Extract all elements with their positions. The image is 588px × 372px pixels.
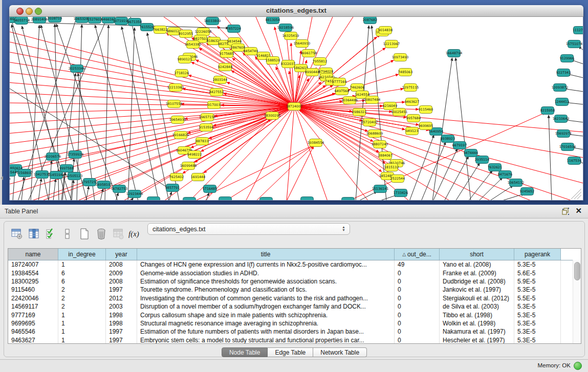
table-row[interactable]: 946362711997Embryonic stem cells: a mode… [8,336,581,344]
network-node[interactable]: 16325419 [282,32,299,40]
table-select-combobox[interactable]: citations_edges.txt ▲▼ [147,223,350,235]
network-node[interactable]: 9242848 [218,63,232,71]
network-node[interactable]: 917003 [208,101,221,109]
float-panel-icon[interactable] [562,208,570,215]
network-node[interactable]: 949123 [406,127,419,135]
network-node[interactable]: 10654112 [508,179,525,187]
network-node[interactable]: 20253346 [69,65,85,73]
table-row[interactable]: 969969511998Structural magnetic resonanc… [8,319,581,327]
column-header-short[interactable]: short [440,249,514,260]
network-node[interactable]: 9129966 [560,55,574,62]
network-node[interactable]: 11451944 [48,171,65,179]
network-node[interactable]: 1733426 [394,189,408,197]
column-header-pagerank[interactable]: pagerank [514,249,561,260]
network-node[interactable]: 16782753 [111,185,128,193]
network-window[interactable]: citations_edges.txt 15660451405571420891… [9,5,583,201]
network-node[interactable]: 1815132 [384,164,399,171]
network-node[interactable]: 16961758 [300,50,317,57]
network-node[interactable]: 19384554 [308,139,324,147]
network-node[interactable]: 2087682 [363,17,377,24]
network-node[interactable]: 9153594 [199,124,213,132]
network-node[interactable]: 1244412 [555,98,569,106]
network-node[interactable]: 15692971 [555,130,572,138]
delete-table-icon[interactable] [112,228,125,240]
network-node[interactable] [147,197,160,201]
network-node[interactable]: 5716485 [203,185,217,193]
network-node[interactable]: 10025451 [391,108,408,116]
network-node[interactable]: 2522544 [390,175,405,183]
column-header-out_de[interactable]: △out_de... [395,249,440,260]
network-node[interactable]: 17359928 [67,151,84,159]
network-node[interactable]: 19654935 [169,116,186,124]
network-node[interactable]: 8990448 [305,69,319,76]
network-node[interactable]: 12975115 [402,84,419,92]
row-height-icon[interactable] [61,228,74,240]
network-node[interactable]: 2986322 [352,108,366,116]
network-node[interactable]: 2803144 [213,76,227,84]
network-node[interactable]: 9014838 [378,27,393,34]
network-node[interactable]: 8427552 [209,89,224,96]
network-canvas[interactable]: 1566045140557142089140620287191065328715… [9,17,583,201]
network-node[interactable]: 9699695 [419,122,433,130]
network-node[interactable]: 7625402 [169,173,184,181]
tab-edge-table[interactable]: Edge Table [268,347,313,357]
network-node[interactable]: 9890121 [178,56,192,63]
network-node[interactable] [219,197,232,201]
network-node[interactable]: 19657150 [199,114,216,121]
network-node[interactable]: 18807243 [372,141,388,148]
network-node[interactable]: 3913544 [10,169,16,177]
network-node[interactable]: 11568697 [16,169,33,177]
network-node[interactable]: 7955812 [313,58,327,65]
network-node[interactable]: 17016504 [559,143,576,151]
network-node[interactable]: 1527602 [88,17,102,24]
tab-node-table[interactable]: Node Table [222,347,268,357]
network-node[interactable] [260,198,273,201]
network-node[interactable]: 1691448 [191,173,205,181]
network-node[interactable]: 18107554 [166,100,183,108]
network-node[interactable]: 9997588 [59,165,74,172]
network-node[interactable]: 6497568 [335,87,349,95]
network-node[interactable]: 15640910 [294,40,311,48]
network-node[interactable]: 6679197 [452,142,467,149]
function-builder-icon[interactable]: f(x) [128,230,139,238]
node-table[interactable]: namein_degreeyeartitle△out_de...shortpag… [8,248,581,344]
memory-ok-indicator[interactable] [574,362,582,370]
network-node[interactable]: 20891406 [31,17,48,24]
table-row[interactable]: 1872400712008Changes of HCN gene express… [8,260,581,269]
network-node[interactable]: 19218596 [277,24,294,32]
network-node[interactable]: 10807484 [364,96,381,104]
network-node[interactable]: 9957684 [406,115,421,122]
network-node[interactable]: 15751074 [566,40,583,48]
column-header-title[interactable]: title [137,249,395,260]
network-node[interactable]: 14055714 [13,17,30,25]
network-node[interactable]: 9474444 [464,149,478,157]
table-row[interactable]: 911546021997Tourette syndrome. Phenomeno… [8,286,581,294]
network-node[interactable]: 19166825 [172,132,189,139]
network-node[interactable]: 8938923 [441,135,455,143]
vertical-scrollbar[interactable] [573,260,581,343]
network-node[interactable]: 2718126 [175,70,189,77]
network-node[interactable]: 9175685 [220,50,234,58]
resize-grip-icon[interactable] [571,189,581,199]
network-node[interactable]: 9115460 [419,106,433,114]
network-node[interactable]: 16648794 [446,50,463,57]
network-node[interactable]: 9227343 [556,69,571,77]
network-node[interactable]: 20364486 [341,97,358,104]
table-row[interactable]: 977716911998Corpus callosum shape and si… [8,311,581,319]
network-node[interactable]: 18300295 [264,112,281,120]
network-node[interactable]: 9245652 [520,188,534,195]
network-node[interactable]: 887833 [196,138,209,145]
network-node[interactable]: 15720407 [361,119,378,126]
tab-network-table[interactable]: Network Table [313,347,367,357]
network-node[interactable]: 1112734 [573,27,583,34]
table-mode-icon[interactable] [10,228,24,240]
table-row[interactable]: 2242004622012Investigating the contribut… [8,294,581,302]
network-node[interactable]: 1167534 [567,157,581,165]
network-node[interactable]: 10688609 [366,130,383,138]
network-node[interactable]: 12213967 [383,40,400,48]
network-node[interactable]: 2028719 [48,17,62,23]
column-header-name[interactable]: name [8,249,58,260]
delete-column-icon[interactable] [95,228,108,240]
network-node[interactable]: 12213363 [167,84,184,92]
network-node[interactable]: 10973493 [392,54,409,61]
